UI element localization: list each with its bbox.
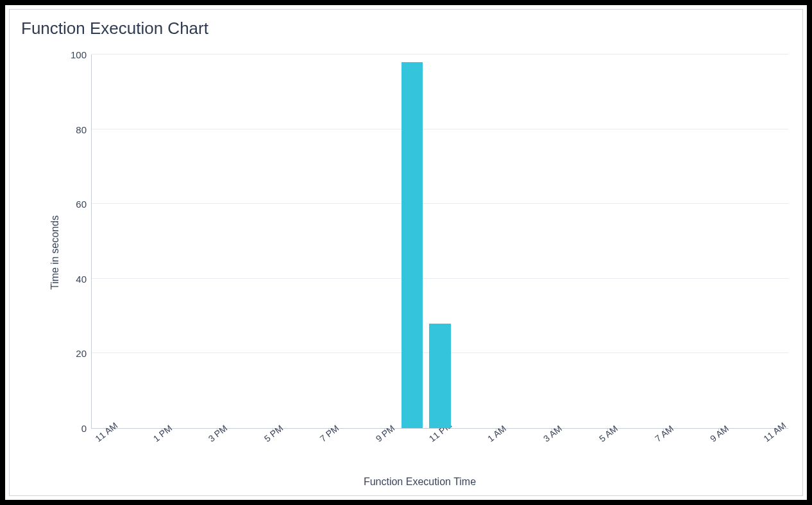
x-tick-label: 7 AM: [653, 423, 675, 443]
plot-region: 02040608010011 AM1 PM3 PM5 PM7 PM9 PM11 …: [91, 54, 788, 429]
y-tick-label: 100: [71, 49, 87, 60]
y-tick-label: 60: [76, 199, 87, 210]
y-tick-label: 20: [76, 348, 87, 359]
x-axis-label: Function Execution Time: [45, 476, 795, 488]
x-tick-label: 5 AM: [597, 423, 620, 443]
gridline: [92, 203, 788, 204]
x-tick-label: 3 AM: [541, 423, 564, 443]
x-tick-label: 11 AM: [761, 420, 788, 444]
x-tick-label: 5 PM: [262, 423, 285, 444]
x-tick-label: 7 PM: [318, 423, 341, 444]
bar: [402, 62, 423, 428]
chart-area: Time in seconds Function Execution Time …: [45, 54, 795, 451]
y-tick-label: 40: [76, 273, 87, 284]
gridline: [92, 54, 788, 54]
chart-title: Function Execution Chart: [10, 10, 802, 38]
x-tick-label: 3 PM: [207, 423, 230, 444]
x-tick-label: 9 PM: [374, 423, 397, 444]
y-tick-label: 80: [76, 124, 87, 135]
chart-panel: Function Execution Chart Time in seconds…: [9, 9, 803, 496]
x-tick-label: 1 AM: [486, 423, 508, 443]
x-tick-label: 1 PM: [151, 423, 174, 444]
y-axis-label: Time in seconds: [49, 215, 61, 290]
gridline: [92, 278, 788, 279]
x-tick-label: 9 AM: [708, 423, 731, 443]
bar: [429, 324, 451, 428]
x-tick-label: 11 AM: [93, 420, 119, 444]
gridline: [92, 129, 788, 129]
chart-frame: Function Execution Chart Time in seconds…: [0, 0, 812, 505]
y-tick-label: 0: [81, 423, 87, 434]
